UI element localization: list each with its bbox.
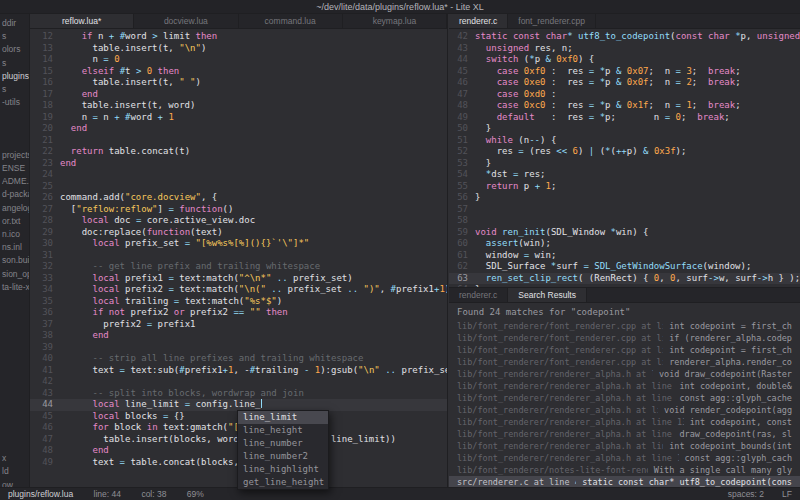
code-line[interactable]: 38 end — [30, 330, 447, 342]
code-line[interactable]: 40 -- strip all line prefixes and traili… — [30, 353, 447, 365]
sidebar-item[interactable]: projects — [0, 150, 29, 163]
code-line[interactable]: 50 } — [449, 123, 800, 135]
code-line[interactable]: 44 switch (*p & 0xf0) { — [449, 54, 800, 66]
search-result-row[interactable]: lib/font_renderer/font_renderer.cpp at l… — [449, 356, 800, 368]
tab-reflow-lua[interactable]: reflow.lua* — [30, 14, 134, 28]
code-line[interactable]: 51 while (n--) { — [449, 135, 800, 147]
code-line[interactable]: 15 elseif #t > 0 then — [30, 66, 447, 78]
code-line[interactable]: 42 — [30, 376, 447, 388]
code-line[interactable]: 36 if not prefix2 or prefix2 == "" then — [30, 307, 447, 319]
sidebar-item[interactable]: ENSE — [0, 163, 29, 176]
search-result-row[interactable]: lib/font_renderer/font_renderer.cpp at l… — [449, 320, 800, 332]
autocomplete-item[interactable]: line_limit — [238, 411, 328, 424]
sidebar-item[interactable]: ta-lite-xl-for-1.16 — [0, 282, 29, 295]
code-line[interactable]: 26command.add("core.docview", { — [30, 192, 447, 204]
code-line[interactable]: 63 ren_set_clip_rect( (RenRect) { 0, 0, … — [449, 273, 800, 285]
tab-command-lua[interactable]: command.lua — [239, 14, 343, 28]
code-line[interactable]: 19 n = n + #word + 1 — [30, 112, 447, 124]
code-line[interactable]: 31 — [30, 250, 447, 262]
sidebar-item[interactable]: angelog.md — [0, 203, 29, 216]
tab-keymap-lua[interactable]: keymap.lua — [343, 14, 447, 28]
autocomplete-item[interactable]: line_height — [238, 424, 328, 437]
code-line[interactable]: 41 text = text:sub(#prefix1+1, -#trailin… — [30, 365, 447, 377]
code-line[interactable]: 56} — [449, 192, 800, 204]
tab-renderer-c[interactable]: renderer.c — [449, 14, 508, 28]
sidebar-item[interactable]: d-packages.sh — [0, 189, 29, 202]
autocomplete-item[interactable]: line_highlight — [238, 463, 328, 476]
search-result-row[interactable]: lib/font_renderer/renderer_alpha.h at li… — [449, 392, 800, 404]
code-line[interactable]: 59void ren_init(SDL_Window *win) { — [449, 227, 800, 239]
sidebar-item[interactable]: son.build — [0, 255, 29, 268]
code-line[interactable]: 52 res = (res << 6) | (*(++p) & 0x3f); — [449, 146, 800, 158]
sidebar-item[interactable]: ddir — [0, 18, 29, 31]
sidebar-item[interactable]: ADME.md — [0, 176, 29, 189]
search-result-row[interactable]: lib/font_renderer/font_renderer.cpp at l… — [449, 332, 800, 344]
sidebar-item[interactable]: x — [0, 453, 29, 466]
sidebar-item[interactable]: or.txt — [0, 216, 29, 229]
search-result-row[interactable]: lib/font_renderer/renderer_alpha.h at li… — [449, 368, 800, 380]
code-line[interactable]: 64} — [449, 284, 800, 287]
code-line[interactable]: 43 -- split into blocks, wordwrap and jo… — [30, 388, 447, 400]
code-line[interactable]: 39 — [30, 342, 447, 354]
autocomplete-item[interactable]: line_number — [238, 437, 328, 450]
code-line[interactable]: 47 case 0xd0 : — [449, 89, 800, 101]
sidebar-item[interactable]: s — [0, 31, 29, 44]
code-line[interactable]: 18 table.insert(t, word) — [30, 100, 447, 112]
sidebar-item[interactable]: ns.inl — [0, 242, 29, 255]
tab-renderer-c[interactable]: renderer.c — [449, 288, 508, 302]
code-line[interactable]: 53 } — [449, 158, 800, 170]
sidebar-item[interactable]: olors — [0, 44, 29, 57]
code-line[interactable]: 35 local trailing = text:match("%s*$") — [30, 296, 447, 308]
code-line[interactable]: 29 doc:replace(function(text) — [30, 227, 447, 239]
search-result-row[interactable]: lib/font_renderer/renderer_alpha.h at li… — [449, 440, 800, 452]
sidebar-item[interactable]: sion_options.txt — [0, 269, 29, 282]
code-line[interactable]: 43 unsigned res, n; — [449, 43, 800, 55]
code-line[interactable]: 32 -- get line prefix and trailing white… — [30, 261, 447, 273]
sidebar-item[interactable]: ow — [0, 480, 29, 487]
code-line[interactable]: 45 case 0xf0 : res = *p & 0x07; n = 3; b… — [449, 66, 800, 78]
sidebar-item[interactable]: s — [0, 84, 29, 97]
code-line[interactable]: 30 local prefix_set = "[%w%s%[%](){}`'\"… — [30, 238, 447, 250]
autocomplete-item[interactable]: line_number2 — [238, 450, 328, 463]
code-line[interactable]: 27 ["reflow:reflow"] = function() — [30, 204, 447, 216]
code-line[interactable]: 62 SDL_Surface *surf = SDL_GetWindowSurf… — [449, 261, 800, 273]
code-line[interactable]: 57 — [449, 204, 800, 216]
sidebar-item[interactable]: ld — [0, 466, 29, 479]
code-line[interactable]: 34 local prefix2 = text:match("\n(" .. p… — [30, 284, 447, 296]
search-result-row[interactable]: lib/font_renderer/renderer_alpha.h at li… — [449, 452, 800, 464]
code-line[interactable]: 13 table.insert(t, "\n") — [30, 43, 447, 55]
search-result-row[interactable]: lib/font_renderer/renderer_alpha.h at li… — [449, 428, 800, 440]
code-line[interactable]: 33 local prefix1 = text:match("^\n*" .. … — [30, 273, 447, 285]
sidebar-item[interactable]: plugins — [0, 71, 29, 84]
code-line[interactable]: 14 n = 0 — [30, 54, 447, 66]
code-line[interactable]: 60 assert(win); — [449, 238, 800, 250]
code-line[interactable]: 54 *dst = res; — [449, 169, 800, 181]
code-line[interactable]: 49 default : res = *p; n = 0; break; — [449, 112, 800, 124]
search-result-row[interactable]: lib/font_renderer/renderer_alpha.h at li… — [449, 404, 800, 416]
code-line[interactable]: 46 case 0xe0 : res = *p & 0x0f; n = 2; b… — [449, 77, 800, 89]
code-line[interactable]: 58 — [449, 215, 800, 227]
code-line[interactable]: 25 — [30, 181, 447, 193]
code-line[interactable]: 28 local doc = core.active_view.doc — [30, 215, 447, 227]
code-line[interactable]: 22 return table.concat(t) — [30, 146, 447, 158]
code-line[interactable]: 20 end — [30, 123, 447, 135]
search-result-row[interactable]: lib/font_renderer/notes-lite-font-render… — [449, 464, 800, 476]
code-line[interactable]: 23end — [30, 158, 447, 170]
code-line[interactable]: 16 table.insert(t, " ") — [30, 77, 447, 89]
code-line[interactable]: 37 prefix2 = prefix1 — [30, 319, 447, 331]
search-result-row[interactable]: lib/font_renderer/renderer_alpha.h at li… — [449, 380, 800, 392]
search-result-row[interactable]: lib/font_renderer/font_renderer.cpp at l… — [449, 344, 800, 356]
autocomplete-item[interactable]: get_line_height — [238, 476, 328, 489]
search-result-row[interactable]: lib/font_renderer/renderer_alpha.h at li… — [449, 416, 800, 428]
code-line[interactable]: 61 window = win; — [449, 250, 800, 262]
code-line[interactable]: 44 local line_limit = config.line_ — [30, 399, 447, 411]
code-line[interactable]: 48 case 0xc0 : res = *p & 0x1f; n = 1; b… — [449, 100, 800, 112]
code-line[interactable]: 55 return p + 1; — [449, 181, 800, 193]
tab-font-renderer-cpp[interactable]: font_renderer.cpp — [508, 14, 596, 28]
code-line[interactable]: 21 — [30, 135, 447, 147]
code-line[interactable]: 24 — [30, 169, 447, 181]
sidebar-item[interactable]: s — [0, 58, 29, 71]
sidebar-item[interactable]: n.ico — [0, 229, 29, 242]
tab-search-results[interactable]: Search Results — [508, 288, 587, 302]
code-line[interactable]: 17 end — [30, 89, 447, 101]
